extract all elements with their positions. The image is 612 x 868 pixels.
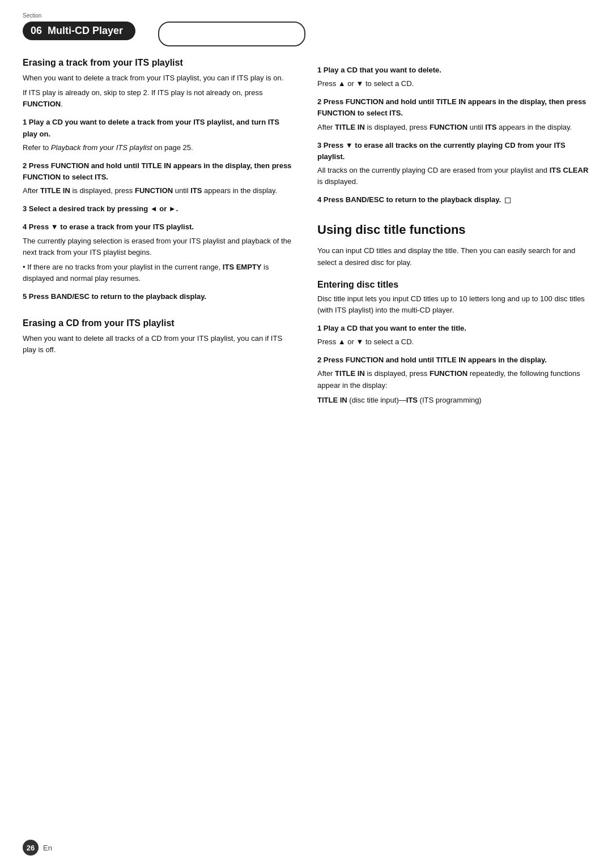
enter-step2-heading: 2 Press FUNCTION and hold until TITLE IN… [317, 354, 589, 366]
section-heading-erase-cd: Erasing a CD from your ITS playlist [23, 318, 295, 328]
footer-lang: En [43, 844, 52, 852]
left-column: Erasing a track from your ITS playlist W… [23, 58, 295, 409]
section-title: Multi-CD Player [48, 25, 123, 37]
step2-body-left: After TITLE IN is displayed, press FUNCT… [23, 185, 295, 196]
step3-heading-right: 3 Press ▼ to erase all tracks on the cur… [317, 140, 589, 163]
header-row: 06 Multi-CD Player [0, 6, 612, 46]
step1-body-left: Refer to Playback from your ITS playlist… [23, 142, 295, 153]
enter-step1-heading: 1 Play a CD that you want to enter the t… [317, 323, 589, 334]
section-badge: 06 Multi-CD Player [23, 22, 135, 40]
main-intro: You can input CD titles and display the … [317, 245, 589, 268]
step1-body-right: Press ▲ or ▼ to select a CD. [317, 78, 589, 89]
step4-heading-left: 4 Press ▼ to erase a track from your ITS… [23, 221, 295, 233]
content: Erasing a track from your ITS playlist W… [0, 46, 612, 432]
step4-heading-right: 4 Press BAND/ESC to return to the playba… [317, 194, 589, 206]
step2-heading-right: 2 Press FUNCTION and hold until TITLE IN… [317, 96, 589, 119]
section-heading-erase-track: Erasing a track from your ITS playlist [23, 58, 295, 68]
main-section-heading: Using disc title functions [317, 223, 589, 237]
sub-section-heading: Entering disc titles [317, 280, 589, 290]
right-column: 1 Play a CD that you want to delete. Pre… [317, 58, 589, 409]
section-label: Section [23, 12, 41, 19]
step3-body-right: All tracks on the currently playing CD a… [317, 165, 589, 187]
step3-heading-left: 3 Select a desired track by pressing ◄ o… [23, 203, 295, 215]
header-right-box [158, 22, 305, 46]
step5-heading-left: 5 Press BAND/ESC to return to the playba… [23, 291, 295, 302]
enter-step2-list: TITLE IN (disc title input)—ITS (ITS pro… [317, 395, 589, 406]
step4-body1-left: The currently playing selection is erase… [23, 236, 295, 258]
step4-bullet-left: • If there are no tracks from your playl… [23, 262, 295, 284]
intro-para-2: If ITS play is already on, skip to step … [23, 87, 295, 110]
intro-para-3: When you want to delete all tracks of a … [23, 333, 295, 356]
enter-step2-body: After TITLE IN is displayed, press FUNCT… [317, 368, 589, 391]
section-number: 06 [31, 25, 42, 37]
step2-body-right: After TITLE IN is displayed, press FUNCT… [317, 122, 589, 133]
page-number: 26 [23, 840, 39, 856]
step1-heading-left: 1 Play a CD you want to delete a track f… [23, 117, 295, 139]
intro-para-1: When you want to delete a track from you… [23, 72, 295, 84]
sub-intro: Disc title input lets you input CD title… [317, 293, 589, 316]
step2-heading-left: 2 Press FUNCTION and hold until TITLE IN… [23, 160, 295, 183]
page: Section 06 Multi-CD Player Erasing a tra… [0, 6, 612, 868]
enter-step1-body: Press ▲ or ▼ to select a CD. [317, 336, 589, 348]
footer: 26 En [0, 833, 75, 862]
square-icon [505, 198, 511, 203]
step1-heading-right: 1 Play a CD that you want to delete. [317, 65, 589, 76]
